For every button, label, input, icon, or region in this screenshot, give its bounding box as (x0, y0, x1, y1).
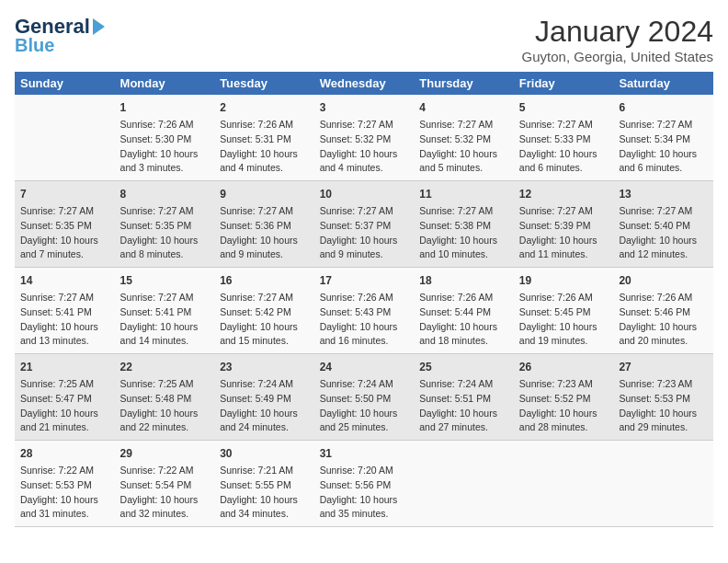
calendar-cell (514, 441, 614, 527)
calendar-week-row: 1Sunrise: 7:26 AMSunset: 5:30 PMDaylight… (15, 95, 713, 181)
calendar-cell: 2Sunrise: 7:26 AMSunset: 5:31 PMDaylight… (214, 95, 314, 181)
day-number: 17 (320, 272, 409, 289)
day-info: Sunrise: 7:20 AMSunset: 5:56 PMDaylight:… (320, 464, 409, 522)
day-info: Sunrise: 7:26 AMSunset: 5:46 PMDaylight:… (619, 291, 708, 349)
logo-arrow-icon (93, 18, 105, 35)
calendar-week-row: 28Sunrise: 7:22 AMSunset: 5:53 PMDayligh… (15, 441, 713, 527)
calendar-cell: 22Sunrise: 7:25 AMSunset: 5:48 PMDayligh… (115, 354, 215, 441)
day-number: 31 (320, 445, 409, 462)
logo-blue-text: Blue (15, 35, 54, 56)
day-info: Sunrise: 7:24 AMSunset: 5:50 PMDaylight:… (320, 377, 409, 435)
day-info: Sunrise: 7:27 AMSunset: 5:42 PMDaylight:… (220, 291, 309, 349)
calendar-cell (414, 441, 514, 527)
logo: General Blue (15, 15, 108, 56)
calendar-cell (15, 95, 115, 181)
day-info: Sunrise: 7:24 AMSunset: 5:51 PMDaylight:… (419, 377, 508, 435)
calendar-cell: 16Sunrise: 7:27 AMSunset: 5:42 PMDayligh… (214, 268, 314, 354)
calendar-cell: 9Sunrise: 7:27 AMSunset: 5:36 PMDaylight… (214, 181, 314, 268)
day-number: 30 (220, 445, 309, 462)
calendar-header: SundayMondayTuesdayWednesdayThursdayFrid… (15, 72, 713, 95)
day-number: 25 (419, 359, 508, 375)
calendar-cell: 8Sunrise: 7:27 AMSunset: 5:35 PMDaylight… (115, 181, 215, 268)
day-number: 6 (619, 99, 708, 116)
day-number: 20 (619, 272, 708, 289)
calendar-cell: 23Sunrise: 7:24 AMSunset: 5:49 PMDayligh… (214, 354, 314, 441)
day-info: Sunrise: 7:21 AMSunset: 5:55 PMDaylight:… (220, 464, 309, 522)
day-info: Sunrise: 7:23 AMSunset: 5:52 PMDaylight:… (519, 377, 609, 435)
calendar-cell: 28Sunrise: 7:22 AMSunset: 5:53 PMDayligh… (15, 441, 115, 527)
day-info: Sunrise: 7:26 AMSunset: 5:45 PMDaylight:… (519, 291, 609, 349)
day-number: 23 (220, 359, 309, 375)
day-info: Sunrise: 7:27 AMSunset: 5:35 PMDaylight:… (20, 204, 109, 262)
day-info: Sunrise: 7:27 AMSunset: 5:37 PMDaylight:… (320, 204, 409, 262)
calendar-cell: 3Sunrise: 7:27 AMSunset: 5:32 PMDaylight… (314, 95, 415, 181)
day-number: 3 (320, 99, 409, 116)
column-header-wednesday: Wednesday (314, 72, 415, 95)
day-number: 21 (20, 359, 109, 375)
day-number: 28 (20, 445, 109, 462)
day-number: 5 (519, 99, 609, 116)
column-header-tuesday: Tuesday (214, 72, 314, 95)
day-info: Sunrise: 7:24 AMSunset: 5:49 PMDaylight:… (220, 377, 309, 435)
day-info: Sunrise: 7:22 AMSunset: 5:53 PMDaylight:… (20, 464, 109, 522)
day-info: Sunrise: 7:26 AMSunset: 5:31 PMDaylight:… (220, 118, 309, 176)
day-info: Sunrise: 7:25 AMSunset: 5:47 PMDaylight:… (20, 377, 109, 435)
calendar-cell: 10Sunrise: 7:27 AMSunset: 5:37 PMDayligh… (314, 181, 415, 268)
column-header-thursday: Thursday (414, 72, 514, 95)
page-header: General Blue January 2024 Guyton, Georgi… (15, 15, 713, 64)
day-number: 19 (519, 272, 609, 289)
day-info: Sunrise: 7:27 AMSunset: 5:41 PMDaylight:… (20, 291, 109, 349)
calendar-table: SundayMondayTuesdayWednesdayThursdayFrid… (15, 72, 713, 527)
calendar-cell: 25Sunrise: 7:24 AMSunset: 5:51 PMDayligh… (414, 354, 514, 441)
column-header-saturday: Saturday (613, 72, 713, 95)
calendar-cell: 18Sunrise: 7:26 AMSunset: 5:44 PMDayligh… (414, 268, 514, 354)
day-number: 29 (120, 445, 210, 462)
day-info: Sunrise: 7:27 AMSunset: 5:36 PMDaylight:… (220, 204, 309, 262)
column-header-friday: Friday (514, 72, 614, 95)
day-info: Sunrise: 7:27 AMSunset: 5:32 PMDaylight:… (419, 118, 508, 176)
calendar-cell: 7Sunrise: 7:27 AMSunset: 5:35 PMDaylight… (15, 181, 115, 268)
day-number: 18 (419, 272, 508, 289)
column-header-sunday: Sunday (15, 72, 115, 95)
calendar-cell: 27Sunrise: 7:23 AMSunset: 5:53 PMDayligh… (613, 354, 713, 441)
day-info: Sunrise: 7:23 AMSunset: 5:53 PMDaylight:… (619, 377, 708, 435)
day-number: 10 (320, 186, 409, 202)
day-info: Sunrise: 7:27 AMSunset: 5:41 PMDaylight:… (120, 291, 210, 349)
calendar-cell: 6Sunrise: 7:27 AMSunset: 5:34 PMDaylight… (613, 95, 713, 181)
calendar-week-row: 7Sunrise: 7:27 AMSunset: 5:35 PMDaylight… (15, 181, 713, 268)
calendar-week-row: 14Sunrise: 7:27 AMSunset: 5:41 PMDayligh… (15, 268, 713, 354)
day-info: Sunrise: 7:27 AMSunset: 5:32 PMDaylight:… (320, 118, 409, 176)
day-number: 8 (120, 186, 210, 202)
calendar-cell: 11Sunrise: 7:27 AMSunset: 5:38 PMDayligh… (414, 181, 514, 268)
page-title: January 2024 (522, 15, 713, 49)
day-info: Sunrise: 7:26 AMSunset: 5:43 PMDaylight:… (320, 291, 409, 349)
calendar-week-row: 21Sunrise: 7:25 AMSunset: 5:47 PMDayligh… (15, 354, 713, 441)
calendar-cell: 4Sunrise: 7:27 AMSunset: 5:32 PMDaylight… (414, 95, 514, 181)
calendar-cell: 19Sunrise: 7:26 AMSunset: 5:45 PMDayligh… (514, 268, 614, 354)
day-info: Sunrise: 7:26 AMSunset: 5:44 PMDaylight:… (419, 291, 508, 349)
day-info: Sunrise: 7:27 AMSunset: 5:35 PMDaylight:… (120, 204, 210, 262)
calendar-cell: 29Sunrise: 7:22 AMSunset: 5:54 PMDayligh… (115, 441, 215, 527)
day-info: Sunrise: 7:27 AMSunset: 5:34 PMDaylight:… (619, 118, 708, 176)
day-number: 11 (419, 186, 508, 202)
day-number: 24 (320, 359, 409, 375)
day-number: 7 (20, 186, 109, 202)
column-header-monday: Monday (115, 72, 215, 95)
title-area: January 2024 Guyton, Georgia, United Sta… (522, 15, 713, 64)
calendar-cell: 24Sunrise: 7:24 AMSunset: 5:50 PMDayligh… (314, 354, 415, 441)
calendar-cell: 17Sunrise: 7:26 AMSunset: 5:43 PMDayligh… (314, 268, 415, 354)
day-number: 26 (519, 359, 609, 375)
calendar-cell: 20Sunrise: 7:26 AMSunset: 5:46 PMDayligh… (613, 268, 713, 354)
calendar-cell: 30Sunrise: 7:21 AMSunset: 5:55 PMDayligh… (214, 441, 314, 527)
calendar-cell: 21Sunrise: 7:25 AMSunset: 5:47 PMDayligh… (15, 354, 115, 441)
day-number: 22 (120, 359, 210, 375)
day-info: Sunrise: 7:27 AMSunset: 5:38 PMDaylight:… (419, 204, 508, 262)
calendar-cell: 12Sunrise: 7:27 AMSunset: 5:39 PMDayligh… (514, 181, 614, 268)
day-info: Sunrise: 7:25 AMSunset: 5:48 PMDaylight:… (120, 377, 210, 435)
day-number: 12 (519, 186, 609, 202)
day-number: 13 (619, 186, 708, 202)
day-number: 27 (619, 359, 708, 375)
day-info: Sunrise: 7:26 AMSunset: 5:30 PMDaylight:… (120, 118, 210, 176)
day-number: 2 (220, 99, 309, 116)
calendar-cell: 31Sunrise: 7:20 AMSunset: 5:56 PMDayligh… (314, 441, 415, 527)
